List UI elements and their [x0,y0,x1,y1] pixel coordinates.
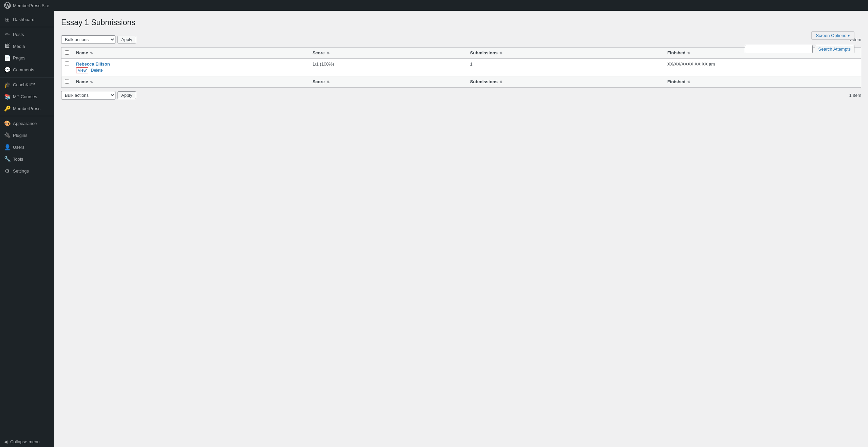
col-name-label: Name [76,50,88,55]
sidebar-label-coachkit: CoachKit™ [13,82,35,87]
col-header-checkbox [61,47,73,58]
row-name-cell: Rebecca Ellison View Delete [73,58,309,76]
collapse-menu-button[interactable]: ◀ Collapse menu [0,436,54,447]
sidebar-item-pages[interactable]: 📄Pages [0,52,54,64]
submissions-table: Name ⇅ Score ⇅ Submissions ⇅ Finished [61,47,861,88]
col-footer-submissions-sort-icon: ⇅ [500,80,502,84]
search-input[interactable] [745,45,813,53]
col-footer-finished-sort-icon: ⇅ [687,80,690,84]
site-name: MemberPress Site [13,3,49,8]
sidebar-item-tools[interactable]: 🔧Tools [0,153,54,165]
admin-menu: ⊞Dashboard ✏Posts 🖼Media 📄Pages 💬Comment… [0,11,54,177]
col-footer-name-label: Name [76,79,88,84]
table-body: Rebecca Ellison View Delete 1/1 (100%) 1 [61,58,861,76]
search-box: Search Attempts [745,45,854,53]
sidebar-label-appearance: Appearance [13,121,37,126]
col-submissions-sort-icon: ⇅ [500,51,502,55]
delete-link[interactable]: Delete [91,68,103,73]
select-all-checkbox-top[interactable] [65,50,69,55]
row-score-cell: 1/1 (100%) [309,58,467,76]
col-score-sort-icon: ⇅ [327,51,329,55]
appearance-icon: 🎨 [4,120,10,127]
collapse-arrow-icon: ◀ [4,439,7,444]
sidebar-item-coachkit[interactable]: 🎓CoachKit™ [0,79,54,91]
sidebar-item-appearance[interactable]: 🎨Appearance [0,118,54,129]
row-submissions-cell: 1 [467,58,664,76]
select-all-checkbox-bottom[interactable] [65,79,69,84]
posts-icon: ✏ [4,31,10,38]
col-score-label: Score [312,50,325,55]
coachkit-icon: 🎓 [4,82,10,88]
sidebar-label-comments: Comments [13,67,34,72]
col-footer-submissions-label: Submissions [470,79,498,84]
memberpress-icon: 🔑 [4,105,10,112]
col-footer-finished-label: Finished [667,79,685,84]
col-footer-score-sort-icon: ⇅ [327,80,329,84]
apply-button-bottom[interactable]: Apply [117,91,136,99]
comments-icon: 💬 [4,67,10,73]
sidebar-label-memberpress: MemberPress [13,106,40,111]
row-submissions-value: 1 [470,61,472,67]
row-name-link[interactable]: Rebecca Ellison [76,61,306,67]
col-footer-name[interactable]: Name ⇅ [73,76,309,87]
sidebar-item-users[interactable]: 👤Users [0,141,54,153]
row-checkbox-cell [61,58,73,76]
dashboard-icon: ⊞ [4,16,10,23]
screen-options-wrap: Screen Options ▾ [811,31,854,40]
tablenav-top-left: Bulk actions Apply [61,35,136,44]
sidebar-label-pages: Pages [13,55,25,60]
row-checkbox[interactable] [65,61,69,66]
bulk-actions-select-bottom[interactable]: Bulk actions [61,91,115,100]
col-footer-checkbox [61,76,73,87]
view-link[interactable]: View [76,67,88,73]
tablenav-bottom: Bulk actions Apply 1 item [61,89,861,102]
col-submissions-label: Submissions [470,50,498,55]
tablenav-top: Bulk actions Apply 1 item [61,33,861,46]
screen-options-arrow-icon: ▾ [848,33,850,38]
table-head-row: Name ⇅ Score ⇅ Submissions ⇅ Finished [61,47,861,58]
page-wrap: Screen Options ▾ Essay 1 Submissions Sea… [61,18,861,102]
item-count-bottom: 1 item [849,93,861,98]
pages-icon: 📄 [4,55,10,61]
users-icon: 👤 [4,144,10,150]
sidebar-label-dashboard: Dashboard [13,17,35,22]
col-footer-name-sort-icon: ⇅ [90,80,93,84]
main-content: Screen Options ▾ Essay 1 Submissions Sea… [54,11,868,447]
search-attempts-button[interactable]: Search Attempts [815,45,854,53]
col-header-name[interactable]: Name ⇅ [73,47,309,58]
sidebar-label-media: Media [13,44,25,49]
screen-options-button[interactable]: Screen Options ▾ [811,31,854,40]
wp-logo: MemberPress Site [4,2,49,9]
col-finished-sort-icon: ⇅ [687,51,690,55]
sidebar-item-dashboard[interactable]: ⊞Dashboard [0,14,54,25]
tablenav-bottom-left: Bulk actions Apply [61,91,136,100]
wordpress-icon [4,2,11,9]
table-foot: Name ⇅ Score ⇅ Submissions ⇅ Finished [61,76,861,87]
row-score-value: 1/1 (100%) [312,61,334,67]
col-name-sort-icon: ⇅ [90,51,93,55]
table-foot-row: Name ⇅ Score ⇅ Submissions ⇅ Finished [61,76,861,87]
sidebar-item-posts[interactable]: ✏Posts [0,29,54,40]
col-header-score[interactable]: Score ⇅ [309,47,467,58]
col-footer-score[interactable]: Score ⇅ [309,76,467,87]
row-finished-cell: XX/XX/XXXX XX:XX am [664,58,861,76]
page-title: Essay 1 Submissions [61,18,861,28]
sidebar-item-mp-courses[interactable]: 📚MP Courses [0,91,54,103]
row-finished-value: XX/XX/XXXX XX:XX am [667,61,715,67]
col-header-submissions[interactable]: Submissions ⇅ [467,47,664,58]
sidebar-label-users: Users [13,145,24,150]
sidebar-item-settings[interactable]: ⚙Settings [0,165,54,177]
sidebar-item-plugins[interactable]: 🔌Plugins [0,129,54,141]
col-footer-submissions[interactable]: Submissions ⇅ [467,76,664,87]
apply-button-top[interactable]: Apply [117,36,136,43]
col-finished-label: Finished [667,50,685,55]
bulk-actions-select-top[interactable]: Bulk actions [61,35,115,44]
mp-courses-icon: 📚 [4,93,10,100]
row-actions: View Delete [76,67,306,73]
sidebar-item-media[interactable]: 🖼Media [0,40,54,52]
col-footer-finished[interactable]: Finished ⇅ [664,76,861,87]
sidebar-label-plugins: Plugins [13,133,28,138]
sidebar-item-comments[interactable]: 💬Comments [0,64,54,76]
sidebar-item-memberpress[interactable]: 🔑MemberPress [0,103,54,114]
sidebar-label-settings: Settings [13,168,29,174]
